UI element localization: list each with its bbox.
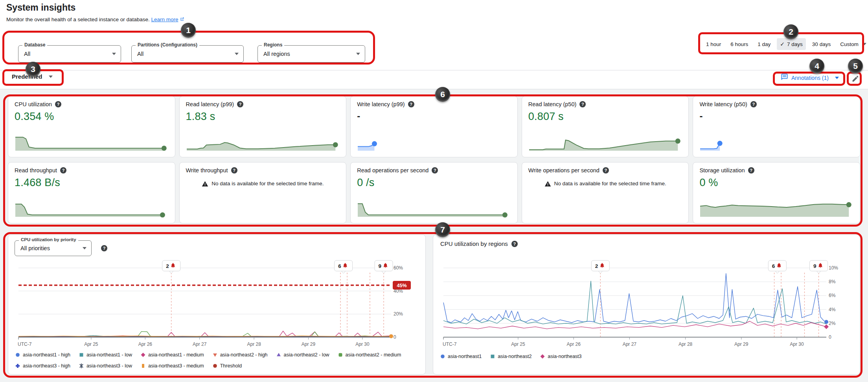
legend-marker-rounded-square [338, 352, 343, 357]
time-range-option-1-hour[interactable]: 1 hour [703, 39, 724, 50]
legend-marker-burst [79, 364, 84, 368]
priority-filter-select[interactable]: CPU utilization by priority All prioriti… [15, 240, 92, 256]
time-range-option-30-days[interactable]: 30 days [809, 39, 834, 50]
legend-marker-bar [141, 364, 145, 368]
svg-text:10%: 10% [829, 265, 838, 271]
chart-title: CPU utilization by regions [440, 240, 508, 247]
learn-more-link[interactable]: Learn more [151, 17, 178, 22]
legend-item-asia-northeast2-low[interactable]: asia-northeast2 - low [276, 352, 329, 358]
help-icon[interactable]: ? [231, 167, 237, 173]
svg-text:Apr 30: Apr 30 [790, 341, 804, 347]
legend-item-asia-northeast1-low[interactable]: asia-northeast1 - low [79, 352, 132, 358]
legend-marker-circle [440, 354, 445, 359]
metric-card-read-latency-p50-: Read latency (p50)?0.807 s [522, 96, 689, 157]
series-asia-northeast3 [443, 321, 826, 329]
database-select[interactable]: Database All [18, 45, 121, 63]
priority-legend-row2: asia-northeast3 - highasia-northeast3 - … [15, 363, 242, 369]
help-icon[interactable]: ? [748, 167, 754, 173]
metric-value: 0 /s [357, 177, 511, 189]
legend-marker-triangle-up [276, 352, 281, 357]
legend-marker-diamond [141, 352, 145, 357]
svg-text:2%: 2% [829, 321, 836, 326]
legend-item-asia-northeast3-high[interactable]: asia-northeast3 - high [15, 363, 70, 369]
legend-item-asia-northeast3[interactable]: asia-northeast3 [540, 354, 581, 359]
annotation-bell-2[interactable]: 2 [162, 260, 180, 273]
help-icon[interactable]: ? [579, 101, 586, 107]
cpu-by-regions-panel: CPU utilization by regions ? 10%8%6%4%2%… [433, 234, 860, 375]
legend-item-asia-northeast3-low[interactable]: asia-northeast3 - low [79, 363, 132, 369]
help-icon[interactable]: ? [511, 241, 518, 247]
help-icon[interactable]: ? [603, 167, 609, 173]
help-icon[interactable]: ? [237, 101, 243, 107]
legend-item-asia-northeast2-high[interactable]: asia-northeast2 - high [213, 352, 268, 358]
metric-value: 0 % [699, 177, 853, 189]
legend-item-threshold[interactable]: Threshold [213, 363, 242, 369]
svg-text:Apr 29: Apr 29 [302, 341, 316, 347]
regions-legend: asia-northeast1asia-northeast2asia-north… [440, 354, 582, 359]
annotation-bell-6[interactable]: 6 [768, 260, 786, 273]
legend-marker-diamond [540, 354, 545, 359]
no-data-message: No data is available for the selected ti… [528, 181, 682, 187]
help-icon[interactable]: ? [432, 167, 438, 173]
svg-text:Apr 25: Apr 25 [511, 341, 525, 347]
help-icon[interactable]: ? [101, 245, 107, 251]
metric-card-write-operations-per-second: Write operations per second?No data is a… [522, 162, 689, 223]
annotation-bell-9[interactable]: 9 [375, 260, 393, 273]
time-range-option-1-day[interactable]: 1 day [754, 39, 774, 50]
legend-item-asia-northeast1[interactable]: asia-northeast1 [440, 354, 482, 359]
chevron-down-icon [112, 53, 116, 55]
chevron-down-icon [356, 53, 360, 55]
metric-card-storage-utilization: Storage utilization?0 % [693, 162, 860, 223]
annotation-bell-6[interactable]: 6 [335, 260, 353, 273]
partitions-select[interactable]: Partitions (Configurations) All [131, 45, 244, 63]
edit-pencil-button[interactable] [849, 73, 862, 86]
legend-item-asia-northeast2-medium[interactable]: asia-northeast2 - medium [338, 352, 401, 358]
svg-text:2: 2 [595, 263, 598, 269]
svg-text:6: 6 [772, 263, 775, 269]
time-range-option-7-days[interactable]: ✓7 days [777, 38, 806, 50]
legend-item-asia-northeast3-medium[interactable]: asia-northeast3 - medium [141, 363, 204, 369]
metric-value: 0.354 % [15, 111, 169, 123]
help-icon[interactable]: ? [55, 101, 61, 107]
svg-text:Apr 30: Apr 30 [355, 341, 370, 347]
annotation-bell-9[interactable]: 9 [810, 260, 828, 273]
sparkline [699, 128, 854, 153]
annotation-bell-2[interactable]: 2 [591, 260, 609, 273]
svg-text:0: 0 [829, 334, 831, 340]
legend-marker-square [490, 354, 495, 359]
chevron-down-icon [862, 43, 866, 45]
predefined-dropdown[interactable]: Predefined [12, 73, 53, 80]
time-range-option-6-hours[interactable]: 6 hours [727, 39, 751, 50]
legend-item-asia-northeast2[interactable]: asia-northeast2 [490, 354, 531, 359]
svg-text:4%: 4% [829, 307, 836, 312]
svg-text:2: 2 [166, 263, 169, 269]
priority-legend-row1: asia-northeast1 - highasia-northeast1 - … [15, 352, 401, 358]
legend-item-asia-northeast1-high[interactable]: asia-northeast1 - high [15, 352, 70, 358]
metric-card-read-operations-per-second: Read operations per second?0 /s [350, 162, 518, 223]
annotations-button[interactable]: Annotations (1) [781, 73, 839, 82]
time-range-option-custom[interactable]: Custom [837, 39, 868, 50]
help-icon[interactable]: ? [408, 101, 414, 107]
help-icon[interactable]: ? [60, 167, 66, 173]
legend-marker-plus [15, 364, 20, 368]
svg-text:Apr 27: Apr 27 [193, 341, 207, 347]
cpu-by-priority-chart: 60%40%20%0Apr 25Apr 26Apr 27Apr 28Apr 29… [13, 259, 420, 354]
svg-text:Apr 26: Apr 26 [138, 341, 153, 347]
regions-select[interactable]: Regions All regions [257, 45, 365, 63]
metric-card-write-latency-p50-: Write latency (p50)?- [693, 96, 860, 157]
sparkline [15, 128, 169, 153]
svg-text:Apr 26: Apr 26 [566, 341, 581, 347]
svg-text:0: 0 [394, 334, 396, 340]
help-icon[interactable]: ? [750, 101, 757, 107]
pencil-icon [851, 75, 859, 84]
sparkline [528, 128, 683, 153]
external-link-icon [180, 17, 184, 23]
svg-text:8%: 8% [829, 279, 836, 284]
legend-marker-circle [213, 364, 217, 368]
svg-text:Apr 28: Apr 28 [247, 341, 261, 347]
metric-cards-grid: CPU utilization?0.354 %Read latency (p99… [8, 96, 860, 223]
metric-card-write-latency-p99-: Write latency (p99)?- [350, 96, 518, 157]
card-title: Read operations per second [357, 167, 428, 173]
legend-item-asia-northeast1-medium[interactable]: asia-northeast1 - medium [141, 352, 204, 358]
card-title: Write operations per second [528, 167, 600, 173]
